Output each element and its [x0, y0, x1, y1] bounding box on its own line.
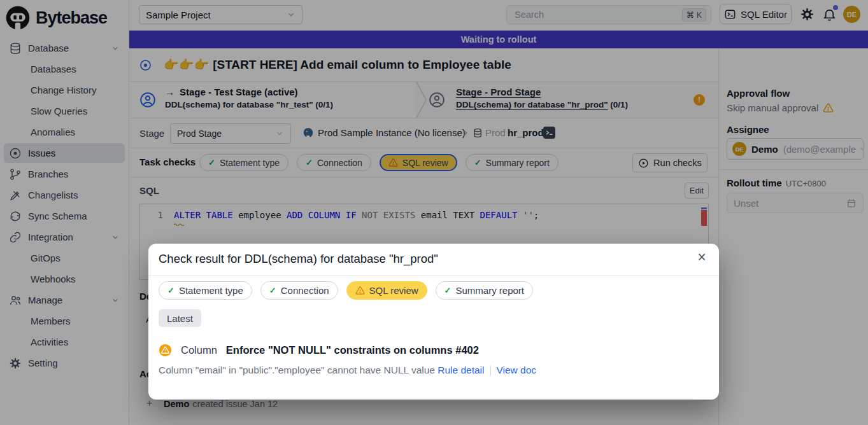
check-label: Statement type — [179, 285, 243, 296]
check-pill-summary-report[interactable]: ✓ Summary report — [436, 281, 533, 300]
modal-check-pills: ✓ Statement type ✓ Connection SQL review… — [159, 281, 533, 300]
check-result-modal: Check result for DDL(schema) for databas… — [148, 244, 719, 400]
rule-detail-link[interactable]: Rule detail — [438, 365, 484, 376]
close-icon[interactable]: × — [694, 249, 710, 265]
check-pass-icon: ✓ — [269, 286, 276, 295]
check-pill-connection[interactable]: ✓ Connection — [260, 281, 338, 300]
finding-detail-row: Column "email" in "public"."employee" ca… — [159, 365, 536, 376]
modal-divider — [148, 275, 719, 276]
finding-category: Column — [181, 344, 217, 356]
check-pill-statement-type[interactable]: ✓ Statement type — [159, 281, 252, 300]
finding-rule-title: Enforce "NOT NULL" constraints on column… — [226, 344, 479, 356]
check-pass-icon: ✓ — [167, 286, 174, 295]
check-label: Summary report — [456, 285, 525, 296]
latest-tag[interactable]: Latest — [159, 309, 201, 327]
warning-circle-icon — [159, 344, 172, 357]
finding-detail-text: Column "email" in "public"."employee" ca… — [159, 365, 438, 376]
check-pass-icon: ✓ — [445, 286, 452, 295]
check-pill-sql-review[interactable]: SQL review — [346, 281, 427, 300]
check-label: Connection — [281, 285, 329, 296]
view-doc-link[interactable]: View doc — [497, 365, 537, 376]
finding-row: Column Enforce "NOT NULL" constraints on… — [159, 344, 479, 357]
modal-title: Check result for DDL(schema) for databas… — [159, 252, 438, 266]
warning-triangle-icon — [355, 286, 365, 295]
bytebase-app: Bytebase Database Databases Change Histo… — [0, 0, 868, 425]
link-divider — [490, 366, 491, 375]
check-label: SQL review — [369, 285, 418, 296]
